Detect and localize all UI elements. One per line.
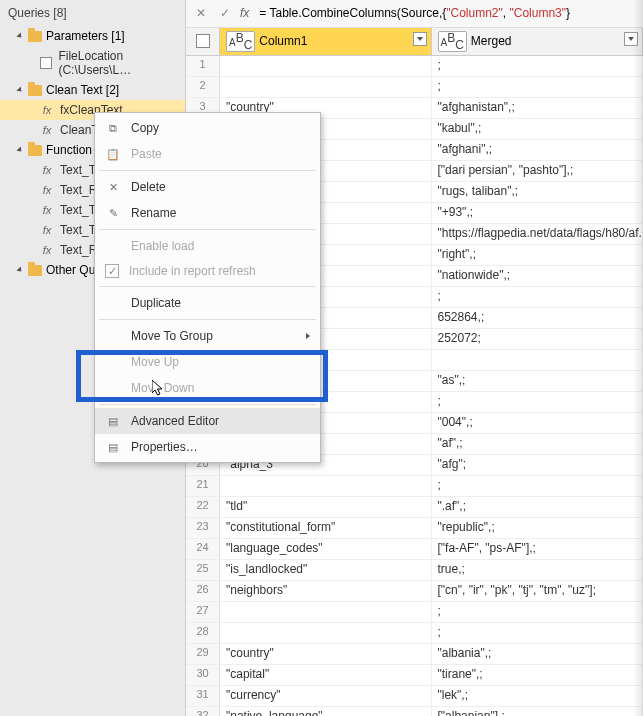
cell[interactable]	[220, 56, 432, 76]
column-header[interactable]: ABCMerged	[432, 28, 644, 55]
table-row[interactable]: 26"neighbors"["cn", "ir", "pk", "tj", "t…	[186, 581, 643, 602]
table-row[interactable]: 29"country""albania",;	[186, 644, 643, 665]
cell[interactable]: "as",;	[432, 371, 644, 391]
cell[interactable]: ".af",;	[432, 497, 644, 517]
cell[interactable]	[220, 623, 432, 643]
row-number[interactable]: 31	[186, 686, 220, 706]
menu-item[interactable]: Move To Group	[95, 323, 320, 349]
cell[interactable]	[220, 602, 432, 622]
menu-label: Include in report refresh	[129, 264, 256, 278]
fx-icon[interactable]: fx	[240, 6, 249, 20]
cell[interactable]: ;	[432, 392, 644, 412]
cell[interactable]: ["cn", "ir", "pk", "tj", "tm", "uz"];	[432, 581, 644, 601]
column-header[interactable]: ABCColumn1	[220, 28, 432, 55]
row-number[interactable]: 25	[186, 560, 220, 580]
table-row[interactable]: 24"language_codes"["fa-AF", "ps-AF"],;	[186, 539, 643, 560]
menu-label: Advanced Editor	[131, 414, 219, 428]
cell[interactable]: "+93",;	[432, 203, 644, 223]
row-number[interactable]: 32	[186, 707, 220, 716]
menu-item[interactable]: ▤Advanced Editor	[95, 408, 320, 434]
table-row[interactable]: 21;	[186, 476, 643, 497]
cell[interactable]: "afg";	[432, 455, 644, 475]
table-row[interactable]: 22"tld"".af",;	[186, 497, 643, 518]
type-icon[interactable]: ABC	[226, 31, 255, 52]
menu-item[interactable]: ✎Rename	[95, 200, 320, 226]
cell[interactable]: "right",;	[432, 245, 644, 265]
cell[interactable]: ["albanian"] ;	[432, 707, 644, 716]
tree-item-label: FileLocation (C:\Users\L…	[58, 49, 181, 77]
cell[interactable]: ;	[432, 77, 644, 97]
menu-label: Move Up	[131, 355, 179, 369]
cell[interactable]	[432, 350, 644, 370]
tree-item[interactable]: FileLocation (C:\Users\L…	[0, 46, 185, 80]
cell[interactable]	[220, 77, 432, 97]
table-row[interactable]: 27;	[186, 602, 643, 623]
cell[interactable]: "albania",;	[432, 644, 644, 664]
cell[interactable]: ["fa-AF", "ps-AF"],;	[432, 539, 644, 559]
cell[interactable]: "https://flagpedia.net/data/flags/h80/af…	[432, 224, 644, 244]
cell[interactable]: "republic",;	[432, 518, 644, 538]
formula-commit-icon[interactable]: ✓	[216, 4, 234, 22]
menu-item[interactable]: ✕Delete	[95, 174, 320, 200]
cell[interactable]: ;	[432, 287, 644, 307]
cell[interactable]: "tld"	[220, 497, 432, 517]
cell[interactable]: "neighbors"	[220, 581, 432, 601]
cell[interactable]: 652864,;	[432, 308, 644, 328]
cell[interactable]: "currency"	[220, 686, 432, 706]
row-number[interactable]: 30	[186, 665, 220, 685]
cell[interactable]: ;	[432, 56, 644, 76]
cell[interactable]: ;	[432, 623, 644, 643]
table-row[interactable]: 1;	[186, 56, 643, 77]
formula-cancel-icon[interactable]: ✕	[192, 4, 210, 22]
cell[interactable]: "afghani",;	[432, 140, 644, 160]
cell[interactable]: "country"	[220, 644, 432, 664]
row-number[interactable]: 29	[186, 644, 220, 664]
formula-input[interactable]: = Table.CombineColumns(Source,{"Column2"…	[255, 4, 637, 22]
cell[interactable]: "rugs, taliban",;	[432, 182, 644, 202]
row-number[interactable]: 28	[186, 623, 220, 643]
cell[interactable]: ;	[432, 476, 644, 496]
filter-dropdown-icon[interactable]	[413, 32, 427, 46]
filter-dropdown-icon[interactable]	[624, 32, 638, 46]
row-number[interactable]: 23	[186, 518, 220, 538]
cell[interactable]: ["dari persian", "pashto"],;	[432, 161, 644, 181]
row-number[interactable]: 2	[186, 77, 220, 97]
row-number[interactable]: 24	[186, 539, 220, 559]
cell[interactable]: "lek",;	[432, 686, 644, 706]
cell[interactable]: "native_language"	[220, 707, 432, 716]
cell[interactable]: "afghanistan",;	[432, 98, 644, 118]
table-row[interactable]: 32"native_language"["albanian"] ;	[186, 707, 643, 716]
cell[interactable]	[220, 476, 432, 496]
tree-group[interactable]: Clean Text [2]	[0, 80, 185, 100]
menu-item[interactable]: ▤Properties…	[95, 434, 320, 460]
cell[interactable]: 252072;	[432, 329, 644, 349]
row-number[interactable]: 21	[186, 476, 220, 496]
row-number[interactable]: 22	[186, 497, 220, 517]
cell[interactable]: "004",;	[432, 413, 644, 433]
cell[interactable]: "af",;	[432, 434, 644, 454]
row-number[interactable]: 1	[186, 56, 220, 76]
cell[interactable]: "constitutional_form"	[220, 518, 432, 538]
fx-icon: fx	[40, 204, 54, 216]
cell[interactable]: "kabul",;	[432, 119, 644, 139]
cell[interactable]: "language_codes"	[220, 539, 432, 559]
row-number[interactable]: 27	[186, 602, 220, 622]
row-number[interactable]: 26	[186, 581, 220, 601]
tree-group[interactable]: Parameters [1]	[0, 26, 185, 46]
cell[interactable]: "tirane",;	[432, 665, 644, 685]
table-row[interactable]: 30"capital""tirane",;	[186, 665, 643, 686]
table-row[interactable]: 28;	[186, 623, 643, 644]
cell[interactable]: "is_landlocked"	[220, 560, 432, 580]
table-row[interactable]: 23"constitutional_form""republic",;	[186, 518, 643, 539]
table-corner[interactable]	[186, 28, 220, 55]
table-row[interactable]: 25"is_landlocked"true,;	[186, 560, 643, 581]
menu-item[interactable]: ⧉Copy	[95, 115, 320, 141]
cell[interactable]: ;	[432, 602, 644, 622]
menu-item[interactable]: Duplicate	[95, 290, 320, 316]
cell[interactable]: "nationwide",;	[432, 266, 644, 286]
table-row[interactable]: 2;	[186, 77, 643, 98]
table-row[interactable]: 31"currency""lek",;	[186, 686, 643, 707]
cell[interactable]: "capital"	[220, 665, 432, 685]
cell[interactable]: true,;	[432, 560, 644, 580]
type-icon[interactable]: ABC	[438, 31, 467, 52]
